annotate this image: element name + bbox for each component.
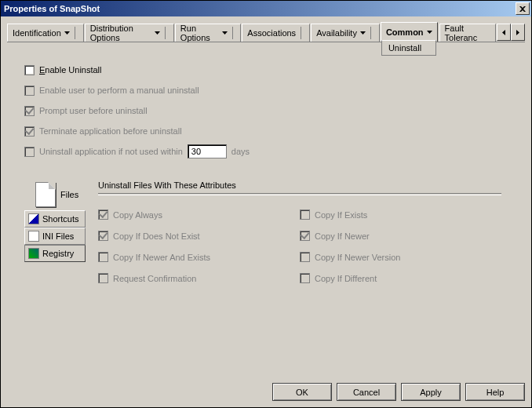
side-tab-label: Registry xyxy=(42,249,74,258)
tab-run-options[interactable]: Run Options xyxy=(175,24,242,42)
option-prompt-before: Prompt user before uninstall xyxy=(24,102,509,119)
attr-copy-if-exists: Copy If Exists xyxy=(300,209,501,220)
checkbox-icon[interactable] xyxy=(24,65,35,75)
ini-icon xyxy=(28,231,39,242)
checkbox-icon xyxy=(24,147,35,157)
side-tab-files[interactable]: Files xyxy=(24,179,86,210)
cancel-button[interactable]: Cancel xyxy=(337,383,396,401)
dropdown-icon xyxy=(222,31,228,35)
attr-copy-if-newer: Copy If Newer xyxy=(300,231,501,241)
tab-label: Fault Toleranc xyxy=(445,24,490,42)
chevron-right-icon xyxy=(516,30,519,35)
dropdown-icon xyxy=(64,31,70,35)
option-label: Enable Uninstall xyxy=(39,65,102,75)
tab-label: Availability xyxy=(316,28,357,38)
tab-availability[interactable]: Availability xyxy=(311,24,380,42)
side-tab-ini-files[interactable]: INI Files xyxy=(24,228,86,245)
days-suffix: days xyxy=(231,147,250,156)
attributes-title: Uninstall Files With These Attributes xyxy=(98,180,501,190)
attr-label: Copy Always xyxy=(113,210,162,220)
chevron-left-icon xyxy=(502,30,505,35)
attr-label: Copy If Newer Version xyxy=(315,253,400,262)
checkbox-icon xyxy=(98,273,108,283)
tab-separator xyxy=(301,27,301,39)
attr-label: Copy If Newer And Exists xyxy=(113,253,210,262)
side-tab-registry[interactable]: Registry xyxy=(24,245,86,262)
tab-separator xyxy=(165,27,166,39)
attr-label: Copy If Newer xyxy=(315,231,370,241)
attr-copy-always: Copy Always xyxy=(98,209,300,220)
side-tab-label: Shortcuts xyxy=(42,214,78,224)
titlebar: Properties of SnapShot xyxy=(1,1,531,16)
attributes-subpanel: Files Shortcuts INI Files Registry xyxy=(24,176,509,283)
side-tab-label: INI Files xyxy=(42,231,74,241)
attr-label: Copy If Different xyxy=(315,274,377,283)
tab-nav xyxy=(497,24,525,41)
side-tab-label: Files xyxy=(60,190,78,199)
apply-button[interactable]: Apply xyxy=(401,383,461,401)
option-enable-uninstall[interactable]: Enable Uninstall xyxy=(24,61,509,78)
uninstall-panel: Enable Uninstall Enable user to perform … xyxy=(7,42,525,356)
option-label: Prompt user before uninstall xyxy=(39,106,148,115)
close-button[interactable] xyxy=(516,2,530,15)
checkbox-icon xyxy=(98,252,108,262)
button-bar: OK Cancel Apply Help xyxy=(272,383,525,401)
registry-icon xyxy=(28,248,39,259)
days-input[interactable] xyxy=(188,144,227,158)
close-icon xyxy=(519,6,526,12)
option-uninstall-if-unused: Uninstall application if not used within… xyxy=(24,143,509,160)
attr-copy-if-newer-exists: Copy If Newer And Exists xyxy=(98,252,300,262)
option-terminate-before: Terminate application before uninstall xyxy=(24,122,509,140)
divider xyxy=(98,193,501,195)
tab-label: Associations xyxy=(247,28,296,38)
dropdown-label: Uninstall xyxy=(388,43,421,53)
attr-request-confirmation: Request Confirmation xyxy=(98,273,300,283)
tab-identification[interactable]: Identification xyxy=(7,24,84,42)
ok-button[interactable]: OK xyxy=(272,383,332,401)
checkbox-icon xyxy=(300,209,310,220)
checkbox-icon xyxy=(300,231,310,241)
properties-window: Properties of SnapShot Identification Di… xyxy=(0,0,532,408)
attr-label: Copy If Exists xyxy=(315,210,367,220)
option-label: Terminate application before uninstall xyxy=(39,126,182,136)
attr-copy-if-not-exist: Copy If Does Not Exist xyxy=(98,231,300,241)
dropdown-icon xyxy=(427,31,432,34)
help-button[interactable]: Help xyxy=(465,383,525,401)
attr-label: Request Confirmation xyxy=(113,274,196,283)
attr-copy-if-newer-version: Copy If Newer Version xyxy=(300,252,501,262)
tab-scroll-left[interactable] xyxy=(497,24,511,41)
tab-separator xyxy=(370,27,371,39)
option-enable-manual: Enable user to perform a manual uninstal… xyxy=(24,82,509,99)
tab-fault-tolerance[interactable]: Fault Toleranc xyxy=(439,24,496,42)
tab-label: Distribution Options xyxy=(90,24,151,42)
checkbox-icon xyxy=(300,252,310,262)
tab-separator xyxy=(75,27,75,39)
checkbox-icon xyxy=(300,273,310,283)
attr-copy-if-different: Copy If Different xyxy=(300,273,501,283)
checkbox-icon xyxy=(24,126,35,137)
attributes-grid: Copy Always Copy If Exists Copy If Does … xyxy=(98,209,501,283)
attr-label: Copy If Does Not Exist xyxy=(113,231,200,241)
attributes-area: Uninstall Files With These Attributes Co… xyxy=(86,176,509,283)
tab-label: Run Options xyxy=(180,24,219,42)
shortcut-icon xyxy=(28,213,39,224)
tab-label: Identification xyxy=(13,28,61,38)
file-icon xyxy=(35,182,56,207)
option-label: Uninstall application if not used within xyxy=(39,147,183,156)
tab-common[interactable]: Common Uninstall xyxy=(381,22,438,42)
content-area: Identification Distribution Options Run … xyxy=(1,16,531,407)
dropdown-icon xyxy=(360,31,366,35)
tab-dropdown-item[interactable]: Uninstall xyxy=(381,40,436,56)
tab-distribution-options[interactable]: Distribution Options xyxy=(85,24,174,42)
checkbox-icon xyxy=(24,106,35,116)
side-tabs: Files Shortcuts INI Files Registry xyxy=(24,176,86,283)
side-tab-shortcuts[interactable]: Shortcuts xyxy=(24,210,86,228)
tab-bar: Identification Distribution Options Run … xyxy=(7,23,525,42)
dropdown-icon xyxy=(155,31,160,35)
option-label: Enable user to perform a manual uninstal… xyxy=(39,86,199,95)
tab-scroll-right[interactable] xyxy=(511,24,525,41)
tab-associations[interactable]: Associations xyxy=(242,24,310,42)
tab-label: Common xyxy=(386,27,424,37)
window-title: Properties of SnapShot xyxy=(4,4,516,13)
checkbox-icon xyxy=(24,86,35,96)
